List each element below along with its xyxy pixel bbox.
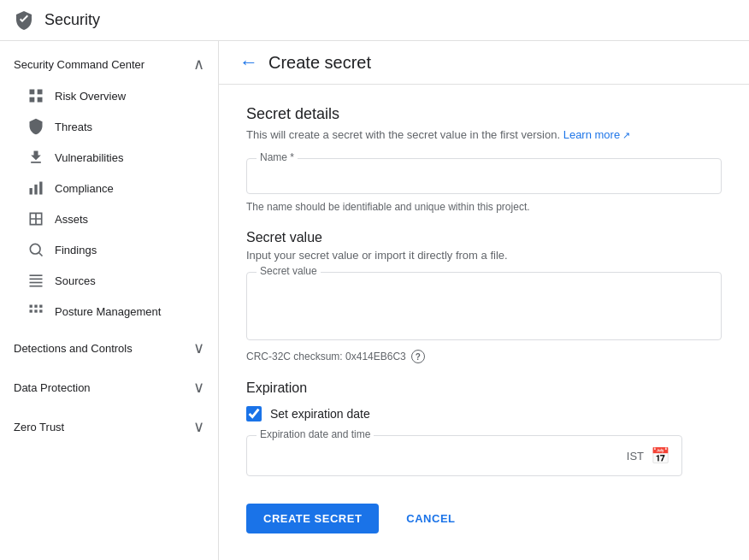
secret-details-section: Secret details This will create a secret… bbox=[246, 105, 722, 213]
secret-value-title: Secret value bbox=[246, 230, 722, 245]
sidebar-item-vulnerabilities[interactable]: Vulnerabilities bbox=[0, 142, 211, 173]
sidebar-item-label-sources: Sources bbox=[55, 274, 96, 287]
sidebar-group-label-detections: Detections and Controls bbox=[14, 342, 133, 355]
secret-details-title: Secret details bbox=[246, 105, 722, 123]
checksum-text: CRC-32C checksum: 0x414EB6C3 bbox=[246, 351, 406, 363]
shield-icon bbox=[14, 10, 34, 31]
expiration-title: Expiration bbox=[246, 380, 722, 396]
svg-rect-13 bbox=[30, 305, 32, 308]
bar-chart-icon bbox=[27, 180, 44, 197]
page-title: Create secret bbox=[268, 53, 371, 73]
svg-rect-1 bbox=[38, 90, 43, 95]
grid-icon bbox=[27, 87, 44, 104]
sidebar-item-label-posture-management: Posture Management bbox=[55, 305, 161, 318]
svg-rect-9 bbox=[30, 274, 43, 276]
date-field-label: Expiration date and time bbox=[257, 428, 374, 440]
shield-alert-icon bbox=[27, 118, 44, 135]
svg-rect-17 bbox=[34, 309, 37, 312]
page-header: ← Create secret bbox=[219, 41, 749, 85]
sidebar-item-assets[interactable]: Assets bbox=[0, 203, 211, 234]
secret-value-textarea[interactable] bbox=[246, 272, 722, 340]
date-field-container: Expiration date and time IST 📅 bbox=[246, 435, 682, 476]
sidebar-item-posture-management[interactable]: Posture Management bbox=[0, 296, 211, 327]
svg-rect-12 bbox=[30, 286, 43, 287]
chevron-down-icon: ∨ bbox=[193, 339, 204, 357]
svg-rect-4 bbox=[30, 188, 32, 195]
name-field-hint: The name should be identifiable and uniq… bbox=[246, 201, 722, 213]
expiration-checkbox-row: Set expiration date bbox=[246, 406, 722, 421]
chevron-down-icon-3: ∨ bbox=[193, 417, 204, 436]
expiration-date-input[interactable] bbox=[259, 449, 627, 463]
set-expiration-checkbox[interactable] bbox=[246, 406, 262, 421]
svg-rect-16 bbox=[30, 309, 32, 312]
set-expiration-label[interactable]: Set expiration date bbox=[270, 407, 370, 421]
sidebar-item-label-risk-overview: Risk Overview bbox=[55, 90, 126, 103]
svg-rect-2 bbox=[30, 97, 35, 103]
secret-value-label: Secret value bbox=[257, 265, 321, 277]
grid-small-icon bbox=[27, 303, 44, 320]
expiration-section: Expiration Set expiration date Expiratio… bbox=[246, 380, 722, 476]
svg-rect-15 bbox=[39, 305, 42, 308]
download-icon bbox=[27, 149, 44, 166]
sidebar: Security Command Center ∧ Risk Overview … bbox=[0, 41, 219, 560]
secret-details-desc: This will create a secret with the secre… bbox=[246, 128, 722, 141]
sidebar-item-findings[interactable]: Findings bbox=[0, 234, 211, 265]
search-circle-icon bbox=[27, 241, 44, 258]
secret-value-field-container: Secret value bbox=[246, 272, 722, 343]
sidebar-item-label-compliance: Compliance bbox=[55, 182, 114, 195]
svg-rect-3 bbox=[38, 97, 43, 103]
date-field-inner: IST 📅 bbox=[246, 435, 682, 476]
learn-more-link[interactable]: Learn more bbox=[563, 128, 631, 141]
secret-value-desc: Input your secret value or import it dir… bbox=[246, 249, 722, 262]
timezone-label: IST bbox=[627, 450, 644, 463]
chevron-up-icon: ∧ bbox=[193, 55, 204, 74]
sidebar-group-detections-and-controls[interactable]: Detections and Controls ∨ bbox=[0, 330, 218, 366]
sidebar-item-label-threats: Threats bbox=[55, 121, 92, 133]
action-buttons: CREATE SECRET CANCEL bbox=[246, 504, 722, 533]
svg-rect-18 bbox=[39, 309, 42, 312]
sidebar-item-label-findings: Findings bbox=[55, 244, 97, 256]
svg-rect-11 bbox=[30, 282, 43, 284]
sidebar-item-compliance[interactable]: Compliance bbox=[0, 173, 211, 203]
app-title: Security bbox=[44, 11, 100, 29]
svg-rect-10 bbox=[30, 279, 43, 280]
svg-point-7 bbox=[30, 244, 40, 254]
sidebar-item-sources[interactable]: Sources bbox=[0, 265, 211, 296]
sidebar-section-label: Security Command Center bbox=[14, 58, 144, 71]
svg-line-8 bbox=[39, 253, 43, 256]
app-header: Security bbox=[0, 0, 749, 41]
name-field-label: Name * bbox=[257, 151, 298, 163]
sidebar-item-risk-overview[interactable]: Risk Overview bbox=[0, 80, 211, 111]
create-secret-button[interactable]: CREATE SECRET bbox=[246, 504, 379, 533]
sidebar-group-label-zero-trust: Zero Trust bbox=[14, 421, 64, 433]
sidebar-item-label-assets: Assets bbox=[55, 213, 88, 226]
sidebar-group-data-protection[interactable]: Data Protection ∨ bbox=[0, 369, 218, 405]
checksum-row: CRC-32C checksum: 0x414EB6C3 ? bbox=[246, 350, 722, 363]
help-icon[interactable]: ? bbox=[411, 350, 425, 363]
main-content: ← Create secret Secret details This will… bbox=[219, 41, 749, 560]
back-button[interactable]: ← bbox=[239, 51, 258, 74]
sidebar-item-label-vulnerabilities: Vulnerabilities bbox=[55, 151, 123, 164]
cancel-button[interactable]: CANCEL bbox=[392, 504, 469, 533]
svg-rect-0 bbox=[30, 90, 35, 95]
sidebar-group-label-data-protection: Data Protection bbox=[14, 381, 91, 394]
name-input[interactable] bbox=[246, 158, 722, 194]
name-field-container: Name * bbox=[246, 158, 722, 194]
list-icon bbox=[27, 272, 44, 289]
table-icon bbox=[27, 210, 44, 227]
svg-rect-14 bbox=[34, 305, 37, 308]
svg-rect-6 bbox=[39, 182, 42, 195]
sidebar-item-threats[interactable]: Threats bbox=[0, 111, 211, 142]
secret-value-section: Secret value Input your secret value or … bbox=[246, 230, 722, 363]
sidebar-section-security-command-center[interactable]: Security Command Center ∧ bbox=[0, 48, 218, 80]
sidebar-group-zero-trust[interactable]: Zero Trust ∨ bbox=[0, 409, 218, 445]
form-area: Secret details This will create a secret… bbox=[219, 85, 749, 554]
chevron-down-icon-2: ∨ bbox=[193, 378, 204, 397]
svg-rect-5 bbox=[34, 185, 37, 195]
calendar-icon[interactable]: 📅 bbox=[651, 446, 669, 465]
